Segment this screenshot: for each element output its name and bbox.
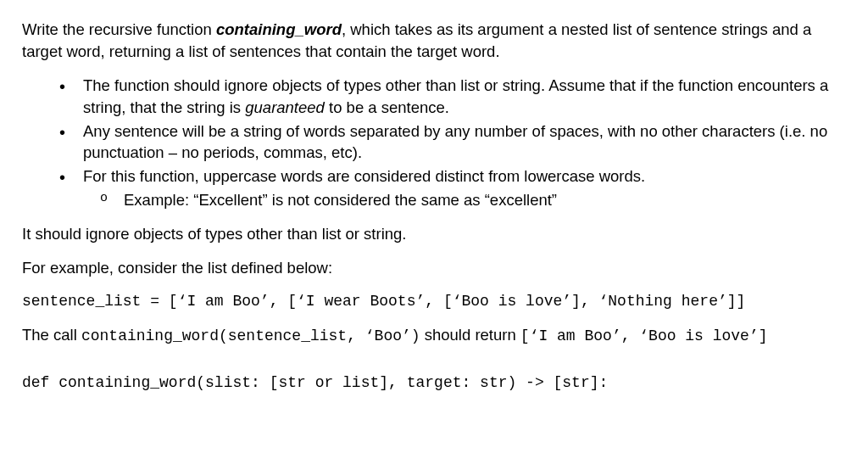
intro-paragraph: Write the recursive function containing_… — [22, 19, 846, 63]
call-pre: The call — [22, 326, 81, 344]
bullet-list: The function should ignore objects of ty… — [22, 75, 846, 211]
bullet-item: Any sentence will be a string of words s… — [83, 120, 846, 165]
code-definition: sentence_list = [‘I am Boo’, [‘I wear Bo… — [22, 291, 846, 312]
spacer — [22, 359, 846, 372]
bullet-text-post: to be a sentence. — [325, 98, 449, 116]
return-code: [‘I am Boo’, ‘Boo is love’] — [520, 327, 768, 344]
sub-bullet-text: Example: “Excellent” is not considered t… — [124, 191, 557, 209]
example-intro: For example, consider the list defined b… — [22, 257, 846, 279]
bullet-text-pre: The function should ignore objects of ty… — [83, 76, 828, 116]
call-example: The call containing_word(sentence_list, … — [22, 324, 846, 347]
bullet-item: For this function, uppercase words are c… — [83, 165, 846, 211]
call-mid: should return — [420, 326, 520, 344]
call-code: containing_word(sentence_list, ‘Boo’) — [81, 327, 420, 344]
sub-bullet-list: Example: “Excellent” is not considered t… — [83, 189, 846, 211]
intro-pre: Write the recursive function — [22, 20, 216, 38]
bullet-text: Any sentence will be a string of words s… — [83, 122, 827, 162]
bullet-text: For this function, uppercase words are c… — [83, 167, 645, 185]
function-signature: def containing_word(slist: [str or list]… — [22, 372, 846, 394]
bullet-item: The function should ignore objects of ty… — [83, 75, 846, 119]
function-name: containing_word — [216, 20, 342, 38]
bullet-text-italic: guaranteed — [245, 98, 325, 116]
sub-bullet-item: Example: “Excellent” is not considered t… — [124, 189, 846, 211]
ignore-line: It should ignore objects of types other … — [22, 223, 846, 245]
